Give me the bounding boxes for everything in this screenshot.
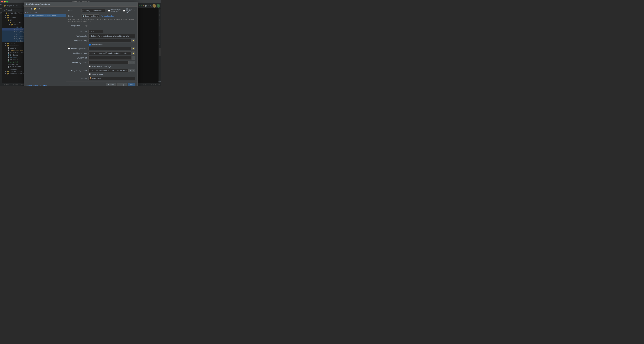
edit-templates-link[interactable]: Edit configuration templates...: [25, 84, 48, 86]
run-on-value: Local machine: [85, 15, 96, 17]
module-row: Module: 📦 temporalite ▾: [68, 77, 136, 80]
redirect-browse-button[interactable]: 📁: [131, 47, 136, 50]
module-icon: 📦: [90, 77, 92, 79]
footer-buttons: Cancel Apply OK: [106, 83, 136, 86]
program-args-expand-button[interactable]: ⤢: [132, 69, 136, 72]
environment-label: Environment:: [68, 57, 87, 59]
save-config-button[interactable]: 📁: [34, 7, 37, 10]
program-args-input[interactable]: [88, 69, 128, 72]
redirect-input-field[interactable]: [88, 47, 131, 50]
config-list-toolbar: + − ⎘ 📁 ⇅: [24, 6, 66, 11]
dropdown-arrow-icon: ▾: [96, 30, 97, 32]
dialog-overlay: Run/Debug Configurations + − ⎘ 📁 ⇅ ▼ 🔨 G…: [0, 3, 161, 86]
output-dir-row: Output directory: 📁: [68, 39, 136, 42]
sort-config-button[interactable]: ⇅: [38, 7, 40, 10]
config-section-go-build[interactable]: ▼ 🔨 Go Build: [24, 11, 66, 14]
output-dir-label: Output directory:: [68, 40, 87, 42]
run-on-row: Run on: 💻 Local machine ▾ Manage targets…: [68, 14, 136, 18]
help-button[interactable]: ?: [68, 83, 70, 86]
go-build-icon: 🔨: [27, 12, 30, 14]
go-tool-args-expand-button[interactable]: ⤢: [132, 61, 136, 64]
working-dir-field-group: 📁: [88, 51, 136, 55]
store-as-project-group: Store as project file ⚙: [123, 8, 136, 13]
redirect-input-checkbox[interactable]: [68, 48, 70, 49]
config-form-header: Name: Allow multiple instances Store as …: [66, 6, 138, 24]
copy-config-button[interactable]: ⎘: [30, 7, 33, 10]
module-label: Module:: [68, 77, 87, 79]
redirect-input-label: Redirect input from:: [71, 48, 86, 50]
run-on-label: Run on:: [68, 15, 80, 17]
name-input[interactable]: [82, 9, 105, 12]
apply-button[interactable]: Apply: [118, 83, 127, 86]
manage-targets-link[interactable]: Manage targets...: [100, 15, 114, 17]
program-args-label: Program arguments:: [68, 69, 87, 71]
redirect-input-label-group: Redirect input from:: [68, 48, 87, 50]
dialog-title: Run/Debug Configurations: [26, 3, 50, 5]
go-tool-args-input[interactable]: [88, 61, 128, 64]
store-project-checkbox[interactable]: [123, 10, 125, 11]
remove-config-button[interactable]: −: [28, 7, 30, 10]
go-tool-args-field-group: + ⤢: [88, 61, 136, 64]
working-dir-browse-button[interactable]: 📁: [131, 51, 136, 55]
maximize-button[interactable]: [6, 1, 8, 2]
custom-build-tags-row: Use all custom build tags: [68, 65, 136, 68]
module-dropdown[interactable]: 📦 temporalite ▾: [88, 77, 136, 80]
edit-templates-area: Edit configuration templates...: [24, 83, 66, 86]
run-on-description: Run configurations may be executed local…: [68, 18, 136, 23]
output-dir-browse-button[interactable]: 📁: [131, 39, 136, 42]
dialog-config-form: Name: Allow multiple instances Store as …: [66, 6, 138, 86]
config-form-fields: Run kind: Packa... ▾ Package path: Outpu…: [66, 28, 138, 82]
close-button[interactable]: [1, 1, 3, 2]
run-kind-row: Run kind: Packa... ▾: [68, 30, 136, 33]
package-path-input[interactable]: [88, 34, 136, 38]
run-after-build-label: Run after build: [92, 44, 103, 46]
name-label: Name:: [68, 10, 80, 12]
run-on-dropdown[interactable]: 💻 Local machine ▾: [82, 14, 99, 18]
section-label: Go Build: [30, 12, 37, 14]
working-dir-row: Working directory: 📁: [68, 51, 136, 55]
custom-build-tags-label: Use all custom build tags: [92, 65, 111, 68]
run-with-sudo-checkbox[interactable]: [89, 73, 90, 75]
working-dir-label: Working directory:: [68, 52, 87, 54]
dialog-footer: ? Cancel Apply OK: [66, 82, 138, 86]
dialog-header: Run/Debug Configurations: [24, 2, 138, 6]
module-value: temporalite: [92, 77, 133, 79]
name-row: Name: Allow multiple instances Store as …: [68, 8, 136, 13]
window-controls[interactable]: [1, 1, 8, 2]
package-path-row: Package path:: [68, 34, 136, 38]
output-dir-field-group: 📁: [88, 39, 136, 42]
computer-icon: 💻: [82, 15, 84, 17]
environment-edit-button[interactable]: ☰: [132, 56, 136, 60]
add-config-button[interactable]: +: [25, 7, 27, 10]
minimize-button[interactable]: [4, 1, 6, 2]
dialog-tabs: Configuration Logs: [66, 24, 138, 28]
cancel-button[interactable]: Cancel: [106, 83, 116, 86]
program-args-add-button[interactable]: +: [129, 69, 132, 72]
go-tool-args-add-button[interactable]: +: [129, 61, 132, 64]
working-dir-input[interactable]: [88, 51, 131, 55]
allow-multiple-label: Allow multiple instances: [111, 9, 121, 12]
environment-field-group: ☰: [88, 56, 136, 60]
tab-logs[interactable]: Logs: [82, 24, 89, 28]
dropdown-chevron-icon: ▾: [97, 15, 98, 17]
run-kind-dropdown[interactable]: Packa... ▾: [88, 30, 103, 33]
store-project-label: Store as project file: [126, 8, 133, 13]
output-dir-input[interactable]: [88, 39, 131, 42]
config-item-go-build[interactable]: ✦ go build github.com/temporalio/ten: [24, 14, 66, 17]
environment-row: Environment: ☰: [68, 56, 136, 60]
custom-build-tags-checkbox[interactable]: [89, 65, 90, 67]
run-after-build-row: Run after build: [68, 44, 136, 46]
gear-icon: ⚙: [134, 10, 136, 11]
run-after-build-checkbox[interactable]: [89, 44, 90, 45]
package-path-label: Package path:: [68, 35, 87, 37]
allow-multiple-checkbox[interactable]: [108, 10, 110, 11]
run-with-sudo-row: Run with sudo: [68, 73, 136, 75]
program-args-field-group: + ⤢: [88, 69, 136, 72]
go-tool-args-label: Go tool arguments:: [68, 62, 87, 64]
config-tree: ▼ 🔨 Go Build ✦ go build github.com/tempo…: [24, 11, 66, 83]
config-item-label: go build github.com/temporalio/ten: [29, 15, 56, 17]
environment-input[interactable]: [88, 56, 132, 60]
ok-button[interactable]: OK: [128, 83, 136, 86]
allow-multiple-group: Allow multiple instances: [108, 9, 121, 12]
tab-configuration[interactable]: Configuration: [68, 24, 82, 28]
